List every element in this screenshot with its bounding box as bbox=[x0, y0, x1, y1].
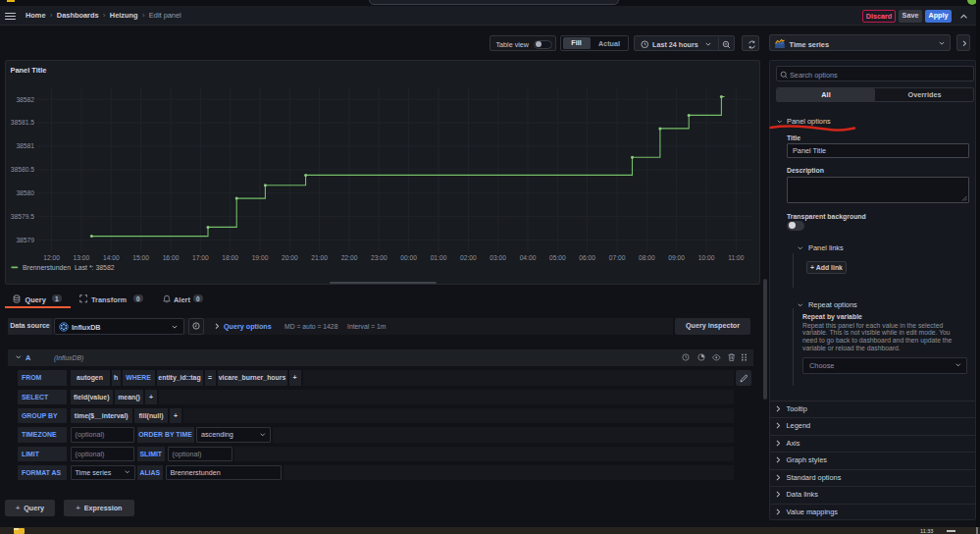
svg-text:15:00: 15:00 bbox=[132, 254, 149, 261]
svg-text:13:00: 13:00 bbox=[74, 254, 90, 261]
svg-text:09:00: 09:00 bbox=[668, 254, 685, 261]
svg-text:Brennerstunden: Brennerstunden bbox=[23, 264, 71, 271]
svg-text:16:00: 16:00 bbox=[163, 254, 180, 261]
svg-text:38581.5: 38581.5 bbox=[11, 119, 34, 126]
svg-text:20:00: 20:00 bbox=[282, 254, 298, 261]
svg-text:38579.5: 38579.5 bbox=[11, 213, 34, 220]
svg-text:38581: 38581 bbox=[16, 142, 34, 149]
svg-text:38580: 38580 bbox=[16, 189, 34, 196]
svg-text:18:00: 18:00 bbox=[222, 254, 238, 261]
svg-text:11:00: 11:00 bbox=[728, 254, 745, 261]
svg-text:03:00: 03:00 bbox=[490, 254, 506, 261]
svg-text:06:00: 06:00 bbox=[579, 254, 595, 261]
svg-text:14:00: 14:00 bbox=[103, 254, 120, 261]
svg-text:01:00: 01:00 bbox=[431, 254, 447, 261]
svg-text:05:00: 05:00 bbox=[549, 254, 566, 261]
svg-text:10:00: 10:00 bbox=[698, 254, 715, 261]
svg-text:22:00: 22:00 bbox=[341, 254, 358, 261]
svg-text:12:00: 12:00 bbox=[43, 254, 60, 261]
svg-text:19:00: 19:00 bbox=[252, 254, 269, 261]
svg-text:02:00: 02:00 bbox=[460, 254, 477, 261]
svg-text:38580.5: 38580.5 bbox=[11, 166, 34, 173]
svg-text:38579: 38579 bbox=[16, 237, 34, 243]
svg-text:04:00: 04:00 bbox=[520, 254, 537, 261]
svg-text:08:00: 08:00 bbox=[639, 254, 655, 261]
svg-text:17:00: 17:00 bbox=[192, 254, 209, 261]
svg-text:23:00: 23:00 bbox=[371, 254, 387, 261]
svg-text:38582: 38582 bbox=[16, 96, 34, 103]
svg-text:Last *: 38582: Last *: 38582 bbox=[75, 264, 115, 271]
svg-text:00:00: 00:00 bbox=[400, 254, 417, 261]
svg-text:21:00: 21:00 bbox=[311, 254, 328, 261]
svg-text:07:00: 07:00 bbox=[609, 254, 626, 261]
